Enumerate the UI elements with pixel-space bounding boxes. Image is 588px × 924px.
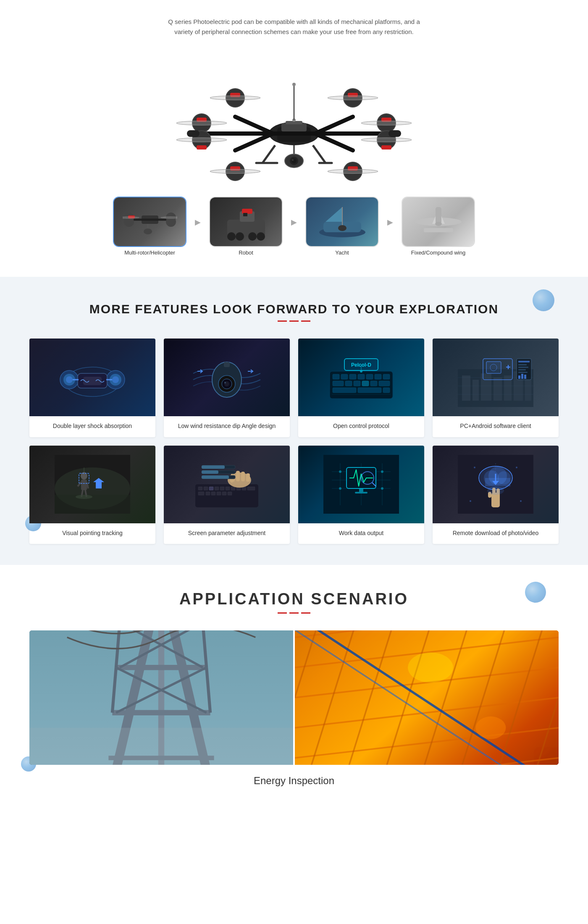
application-section: APPLICATION SCENARIO (0, 565, 588, 797)
svg-point-62 (248, 232, 257, 241)
svg-point-40 (292, 159, 294, 161)
svg-rect-138 (521, 374, 523, 379)
svg-rect-151 (55, 495, 130, 514)
svg-point-91 (224, 382, 226, 383)
platform-label-fixed-wing: Fixed/Compound wing (411, 249, 465, 256)
svg-point-25 (361, 121, 412, 125)
platform-arrow-1: ▶ (195, 218, 201, 235)
feature-card-shock[interactable]: Double layer shock absorption (29, 339, 155, 437)
drone-image-container (8, 45, 580, 188)
svg-rect-172 (236, 471, 240, 481)
svg-point-195 (381, 470, 383, 473)
svg-rect-109 (383, 388, 390, 393)
svg-marker-68 (326, 207, 342, 222)
platform-thumb-fixed-wing[interactable] (402, 197, 475, 247)
svg-point-24 (176, 138, 227, 142)
svg-rect-96 (349, 374, 356, 379)
svg-rect-165 (206, 492, 210, 495)
svg-rect-95 (341, 374, 348, 379)
platform-item-fixed-wing[interactable]: Fixed/Compound wing (402, 197, 475, 256)
svg-rect-159 (226, 487, 230, 490)
feature-card-visual[interactable]: Visual pointing tracking (29, 446, 155, 544)
feature-card-work[interactable]: Work data output (298, 446, 424, 544)
app-images-grid (29, 630, 559, 765)
svg-line-3 (235, 117, 273, 134)
svg-point-152 (76, 495, 92, 499)
platform-item-yacht[interactable]: Yacht (305, 197, 379, 256)
svg-rect-173 (241, 472, 245, 481)
features-section: MORE FEATURES LOOK FORWARD TO YOUR EXPLO… (0, 277, 588, 565)
svg-point-28 (210, 169, 260, 173)
svg-rect-154 (198, 487, 202, 490)
svg-rect-177 (202, 465, 225, 469)
hero-description: Q series Photoelectric pod can be compat… (168, 17, 420, 37)
feature-card-wind[interactable]: Low wind resistance dip Angle design (164, 339, 290, 437)
svg-rect-160 (231, 487, 235, 490)
svg-point-27 (210, 96, 260, 100)
svg-rect-164 (198, 492, 204, 495)
app-image-tower (29, 630, 293, 765)
hero-section: Q series Photoelectric pod can be compat… (0, 0, 588, 277)
svg-point-85 (66, 376, 73, 383)
platform-thumb-inner-multi (114, 197, 186, 246)
platform-item-robot[interactable]: Robot (209, 197, 283, 256)
feature-card-label-remote: Remote download of photo/video (433, 523, 559, 544)
svg-rect-135 (518, 369, 526, 370)
platform-thumb-inner-yacht (306, 197, 378, 246)
feature-card-screen[interactable]: Screen parameter adjustment (164, 446, 290, 544)
svg-line-41 (262, 145, 275, 163)
svg-point-75 (435, 222, 442, 226)
svg-rect-82 (83, 377, 102, 385)
platform-label-multi-rotor: Multi-rotor/Helicopter (124, 249, 175, 256)
feature-card-image-shock (29, 339, 155, 416)
svg-rect-166 (211, 492, 215, 495)
features-grid: Double layer shock absorption (29, 339, 559, 544)
svg-rect-100 (383, 374, 390, 379)
feature-card-image-wind (164, 339, 290, 416)
energy-inspection-label: Energy Inspection (29, 765, 559, 797)
svg-rect-2 (197, 131, 391, 136)
svg-point-39 (291, 158, 297, 163)
svg-rect-133 (518, 364, 527, 365)
svg-rect-168 (222, 492, 226, 495)
platform-item-multi-rotor[interactable]: Multi-rotor/Helicopter (113, 197, 186, 256)
svg-rect-181 (202, 475, 229, 479)
feature-card-image-protocol: Pelcol-D (298, 339, 424, 416)
svg-point-55 (160, 216, 177, 219)
platform-thumb-yacht[interactable] (305, 197, 379, 247)
svg-rect-139 (524, 375, 526, 379)
svg-point-26 (361, 138, 412, 142)
svg-rect-102 (345, 381, 352, 386)
svg-point-54 (123, 216, 139, 219)
svg-rect-134 (518, 367, 528, 368)
application-section-divider (29, 612, 559, 614)
platform-arrow-3: ▶ (387, 218, 393, 235)
platform-thumb-multi-rotor[interactable] (113, 197, 186, 247)
svg-rect-156 (209, 487, 213, 490)
svg-line-4 (315, 117, 353, 134)
svg-rect-238 (295, 630, 559, 765)
svg-point-197 (381, 487, 383, 490)
svg-rect-158 (220, 487, 224, 490)
feature-card-label-wind: Low wind resistance dip Angle design (164, 416, 290, 437)
svg-rect-65 (243, 213, 247, 216)
svg-point-263 (408, 653, 453, 683)
svg-point-23 (176, 121, 227, 125)
feature-card-label-shock: Double layer shock absorption (29, 416, 155, 437)
svg-rect-120 (504, 375, 512, 401)
svg-rect-97 (358, 374, 365, 379)
feature-card-protocol[interactable]: Pelcol-D Open control protocol (298, 339, 424, 437)
svg-point-86 (112, 376, 119, 383)
svg-point-264 (476, 717, 506, 739)
platform-thumb-robot[interactable] (209, 197, 283, 247)
svg-line-6 (315, 134, 353, 150)
svg-rect-94 (333, 374, 339, 379)
svg-point-213 (516, 467, 517, 468)
svg-point-215 (520, 500, 522, 502)
feature-card-software[interactable]: PC+Android software client (433, 339, 559, 437)
features-section-title: MORE FEATURES LOOK FORWARD TO YOUR EXPLO… (29, 302, 559, 316)
svg-point-59 (227, 232, 236, 241)
feature-card-remote[interactable]: Remote download of photo/video (433, 446, 559, 544)
svg-rect-236 (29, 728, 293, 765)
svg-rect-136 (518, 372, 528, 373)
